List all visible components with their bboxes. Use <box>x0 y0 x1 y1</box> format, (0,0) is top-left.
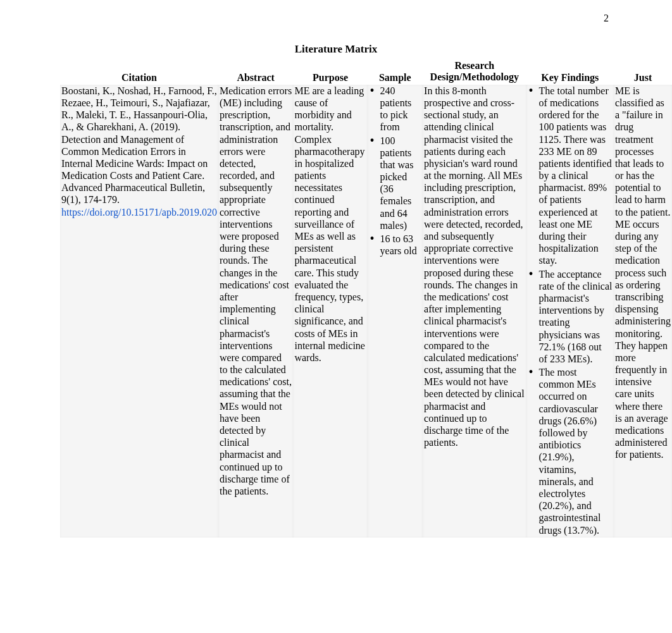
table-row: Boostani, K., Noshad, H., Farnood, F., R… <box>60 85 672 538</box>
list-item: The most common MEs occurred on cardiova… <box>528 366 613 536</box>
literature-matrix-table: Citation Abstract Purpose Sample Researc… <box>60 59 672 538</box>
citation-text: Boostani, K., Noshad, H., Farnood, F., R… <box>61 85 217 206</box>
findings-cell: The total number of medications ordered … <box>526 85 614 538</box>
methodology-cell: In this 8-month prospective and cross-se… <box>423 85 526 538</box>
header-purpose: Purpose <box>293 59 367 85</box>
header-citation: Citation <box>60 59 218 85</box>
justification-cell: ME is classified as a "failure in drug t… <box>614 85 672 538</box>
header-methodology-line1: Research <box>454 60 494 71</box>
header-row: Citation Abstract Purpose Sample Researc… <box>60 59 672 85</box>
page-number: 2 <box>0 13 672 24</box>
header-methodology-line2: Design/Methodology <box>430 71 519 82</box>
sample-list: 240 patients to pick from 100 patients t… <box>369 85 422 257</box>
abstract-cell: Medication errors (ME) including prescri… <box>218 85 294 538</box>
table-title: Literature Matrix <box>0 43 672 56</box>
header-sample: Sample <box>368 59 423 85</box>
citation-link[interactable]: https://doi.org/10.15171/apb.2019.020 <box>61 207 217 218</box>
header-abstract: Abstract <box>218 59 294 85</box>
findings-list: The total number of medications ordered … <box>528 85 613 536</box>
list-item: 100 patients that was picked (36 females… <box>369 135 422 232</box>
list-item: 240 patients to pick from <box>369 85 422 133</box>
citation-cell: Boostani, K., Noshad, H., Farnood, F., R… <box>60 85 218 538</box>
header-findings: Key Findings <box>526 59 614 85</box>
purpose-cell: ME are a leading cause of morbidity and … <box>293 85 367 538</box>
list-item: 16 to 63 years old <box>369 233 422 257</box>
list-item: The acceptance rate of the clinical phar… <box>528 268 613 366</box>
header-methodology: Research Design/Methodology <box>423 59 526 85</box>
header-justification: Just <box>614 59 672 85</box>
list-item: The total number of medications ordered … <box>528 85 613 267</box>
sample-cell: 240 patients to pick from 100 patients t… <box>368 85 423 538</box>
